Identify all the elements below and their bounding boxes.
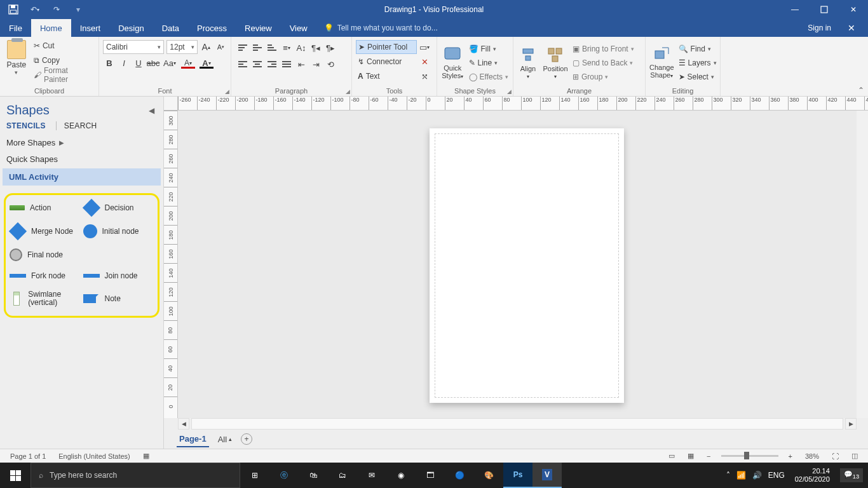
taskbar-photoshop[interactable]: Ps <box>503 463 532 488</box>
grow-font-button[interactable]: A▴ <box>200 41 212 53</box>
taskbar-mail[interactable]: ✉ <box>357 463 386 488</box>
qat-customize[interactable]: ▾ <box>71 3 85 17</box>
strikethrough-button[interactable]: abc <box>147 57 159 69</box>
font-size-combo[interactable]: 12pt▾ <box>166 40 197 54</box>
tab-insert[interactable]: Insert <box>71 19 110 37</box>
cut-button[interactable]: ✂Cut <box>32 39 96 53</box>
task-view-button[interactable]: ⊞ <box>240 463 269 488</box>
align-right-button[interactable] <box>266 58 278 71</box>
italic-button[interactable]: I <box>118 57 130 69</box>
save-button[interactable] <box>6 3 20 17</box>
drawing-surface[interactable] <box>178 111 857 418</box>
ribbon-close-button[interactable]: ✕ <box>839 23 864 33</box>
tell-me-search[interactable]: 💡 Tell me what you want to do... <box>316 19 438 37</box>
status-page[interactable]: Page 1 of 1 <box>4 452 52 460</box>
zoom-level[interactable]: 38% <box>799 452 825 460</box>
align-big-button[interactable]: Align▾ <box>516 46 540 79</box>
tab-process[interactable]: Process <box>188 19 236 37</box>
view-presentation-button[interactable]: ▦ <box>681 452 700 460</box>
decrease-indent-button[interactable]: ⇤ <box>295 58 308 71</box>
shape-final-node[interactable]: Final node <box>10 248 81 261</box>
view-normal-button[interactable]: ▭ <box>662 452 681 460</box>
group-button[interactable]: ⊞Group <box>571 70 636 84</box>
connection-point-button[interactable]: ⤲ <box>418 70 431 83</box>
delete-x-button[interactable]: ✕ <box>418 55 431 68</box>
tray-wifi-icon[interactable]: 📶 <box>736 471 746 480</box>
ltr-button[interactable]: ¶▸ <box>324 41 337 54</box>
tab-view[interactable]: View <box>281 19 316 37</box>
zoom-out-button[interactable]: − <box>700 452 717 460</box>
line-button[interactable]: ✎Line <box>467 56 510 70</box>
pointer-tool-button[interactable]: ➤Pointer Tool <box>356 40 417 54</box>
quick-shapes-link[interactable]: Quick Shapes <box>0 151 163 167</box>
status-macro-icon[interactable]: ▦ <box>137 452 156 460</box>
shape-swimlane-vertical[interactable]: Swimlane (vertical) <box>10 290 81 307</box>
shape-decision[interactable]: Decision <box>83 201 154 214</box>
align-top-button[interactable] <box>236 41 249 54</box>
tab-review[interactable]: Review <box>236 19 281 37</box>
taskbar-app1[interactable]: 🗔 <box>416 463 445 488</box>
zoom-in-button[interactable]: + <box>782 452 799 460</box>
tab-design[interactable]: Design <box>109 19 153 37</box>
rectangle-tool-button[interactable]: ▭▾ <box>418 41 431 53</box>
collapse-shapes-button[interactable]: ◀ <box>146 104 157 118</box>
paste-button[interactable]: Paste ▾ <box>3 39 31 86</box>
taskbar-edge[interactable]: ⓔ <box>269 463 299 488</box>
scroll-right-button[interactable]: ▶ <box>845 418 857 430</box>
tray-chevron-icon[interactable]: ˄ <box>726 471 730 480</box>
taskbar-visio[interactable]: V <box>532 463 562 488</box>
copy-button[interactable]: ⧉Copy <box>32 53 96 67</box>
shape-join-node[interactable]: Join node <box>83 271 154 280</box>
pan-zoom-button[interactable]: ◫ <box>845 452 864 460</box>
tray-lang[interactable]: ENG <box>768 471 785 480</box>
taskbar-search[interactable]: ⌕Type here to search <box>31 463 240 488</box>
undo-button[interactable]: ↶▾ <box>28 3 42 17</box>
tab-file[interactable]: File <box>0 19 31 37</box>
change-shape-button[interactable]: ChangeShape▾ <box>648 44 675 80</box>
bullets-button[interactable]: ≡▾ <box>280 41 293 54</box>
close-button[interactable]: ✕ <box>839 0 868 19</box>
minimize-button[interactable]: — <box>780 0 810 19</box>
shape-note[interactable]: Note <box>83 290 154 307</box>
add-page-button[interactable]: + <box>241 433 252 445</box>
drawing-page[interactable] <box>430 128 624 403</box>
rtl-button[interactable]: ¶◂ <box>309 41 322 54</box>
vertical-scrollbar[interactable] <box>857 111 868 418</box>
underline-button[interactable]: U <box>132 57 145 69</box>
status-language[interactable]: English (United States) <box>52 452 137 460</box>
tray-volume-icon[interactable]: 🔊 <box>752 471 762 480</box>
select-button[interactable]: ➤Select <box>677 70 719 84</box>
all-pages-button[interactable]: All▴ <box>218 435 232 444</box>
rotate-text-button[interactable]: ⟲ <box>324 58 337 71</box>
redo-button[interactable]: ↷ <box>50 3 64 17</box>
shape-merge-node[interactable]: Merge Node <box>10 224 81 238</box>
change-case-button[interactable]: Aa▾ <box>161 57 178 69</box>
send-to-back-button[interactable]: ▢Send to Back <box>571 56 636 70</box>
bring-to-front-button[interactable]: ▣Bring to Front <box>571 42 636 56</box>
page-tab-1[interactable]: Page-1 <box>177 431 209 447</box>
shape-fork-node[interactable]: Fork node <box>10 271 81 280</box>
bold-button[interactable]: B <box>103 57 116 69</box>
quick-styles-button[interactable]: QuickStyles▾ <box>440 44 466 81</box>
effects-button[interactable]: ◯Effects <box>467 70 510 84</box>
connector-tool-button[interactable]: ↯Connector <box>356 55 417 69</box>
start-button[interactable] <box>0 463 31 488</box>
text-tool-button[interactable]: AText <box>356 69 417 83</box>
font-dialog-launcher[interactable]: ◢ <box>225 88 229 95</box>
scroll-left-button[interactable]: ◀ <box>178 418 189 430</box>
current-stencil[interactable]: UML Activity <box>3 168 161 186</box>
collapse-ribbon-button[interactable]: ⌃ <box>858 86 864 95</box>
shrink-font-button[interactable]: A▾ <box>215 41 227 53</box>
taskbar-app2[interactable]: 🔵 <box>445 463 474 488</box>
font-color-button[interactable]: A▾ <box>198 57 215 69</box>
align-bottom-button[interactable] <box>266 41 278 54</box>
tray-clock[interactable]: 20.14 02/05/2020 <box>791 467 834 484</box>
taskbar-paint[interactable]: 🎨 <box>474 463 503 488</box>
font-name-combo[interactable]: Calibri▾ <box>103 40 164 54</box>
align-left-button[interactable] <box>236 58 249 71</box>
paragraph-dialog-launcher[interactable]: ◢ <box>346 88 350 95</box>
align-center-button[interactable] <box>251 58 264 71</box>
tray-notifications[interactable]: 💬13 <box>840 468 863 482</box>
align-middle-button[interactable] <box>251 41 264 54</box>
taskbar-store[interactable]: 🛍 <box>299 463 328 488</box>
